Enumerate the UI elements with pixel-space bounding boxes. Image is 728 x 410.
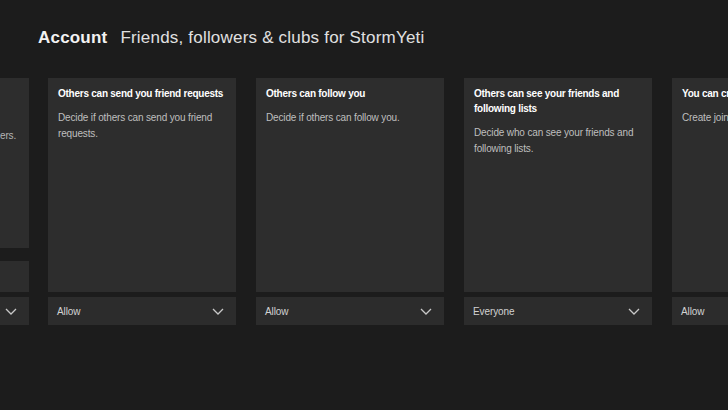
setting-title: Others can follow you: [266, 86, 434, 101]
dropdown-value: Allow: [265, 306, 288, 317]
page-title: Friends, followers & clubs for StormYeti: [120, 28, 424, 48]
setting-title: You can cre: [682, 86, 728, 101]
setting-card-body: Others can send you friend requests Deci…: [48, 78, 236, 292]
privacy-settings-screen: Account Friends, followers & clubs for S…: [0, 0, 728, 410]
setting-description: Create join,: [682, 110, 728, 126]
setting-card-friend-requests: Others can send you friend requests Deci…: [48, 78, 236, 325]
setting-card-follow: Others can follow you Decide if others c…: [256, 78, 444, 325]
breadcrumb-section-account: Account: [38, 28, 107, 48]
setting-title: Others can send you friend requests: [58, 86, 226, 101]
dropdown-value: Everyone: [473, 306, 514, 317]
setting-card-clubs-partial: You can cre Create join, Allow: [672, 78, 728, 325]
setting-card-body: You can cre Create join,: [672, 78, 728, 292]
setting-card-friends-lists: Others can see your friends and followin…: [464, 78, 652, 325]
setting-description-fragment: ers.: [0, 128, 16, 144]
friends-lists-dropdown[interactable]: Everyone: [464, 297, 652, 325]
setting-description: Decide if others can send you friend req…: [58, 110, 220, 142]
setting-description: Decide if others can follow you.: [266, 110, 428, 126]
setting-card-body: ers.: [0, 78, 29, 248]
dropdown-value: Allow: [681, 306, 704, 317]
setting-card-partial-left: ers.: [0, 78, 29, 325]
chevron-down-icon: [628, 308, 640, 315]
follow-dropdown[interactable]: Allow: [256, 297, 444, 325]
friend-requests-dropdown[interactable]: Allow: [48, 297, 236, 325]
chevron-down-icon: [420, 308, 432, 315]
chevron-down-icon: [5, 308, 17, 315]
setting-description: Decide who can see your friends and foll…: [474, 125, 636, 157]
chevron-down-icon: [212, 308, 224, 315]
setting-card-body: Others can see your friends and followin…: [464, 78, 652, 292]
dropdown-value: Allow: [57, 306, 80, 317]
setting-card-body: Others can follow you Decide if others c…: [256, 78, 444, 292]
clubs-dropdown[interactable]: Allow: [672, 297, 728, 325]
setting-card-sub-block: [0, 261, 29, 292]
page-header: Account Friends, followers & clubs for S…: [38, 28, 424, 48]
setting-dropdown-partial-left[interactable]: [0, 297, 29, 325]
setting-title: Others can see your friends and followin…: [474, 86, 634, 116]
